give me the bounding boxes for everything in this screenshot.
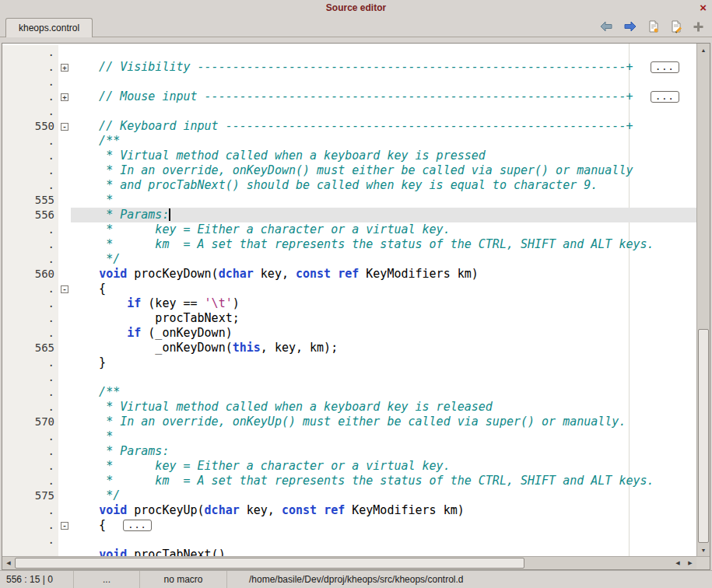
titlebar[interactable]: Source editor × <box>0 0 712 16</box>
line-number[interactable]: . <box>2 459 58 474</box>
code-line[interactable]: . */ <box>2 252 696 267</box>
line-content[interactable]: * <box>71 193 696 208</box>
fold-margin[interactable] <box>58 459 71 474</box>
horizontal-scrollbar[interactable]: ◀ ◀ ▶ <box>2 557 696 569</box>
line-number[interactable]: . <box>2 311 58 326</box>
line-content[interactable]: */ <box>71 252 696 267</box>
code-line[interactable]: . <box>2 370 696 385</box>
line-number[interactable]: . <box>2 60 58 75</box>
close-icon[interactable]: × <box>700 0 707 15</box>
line-content[interactable]: // Mouse input -------------------------… <box>71 89 696 104</box>
fold-margin[interactable]: + <box>58 89 71 104</box>
line-content[interactable]: * and procTabNext() should be called whe… <box>71 178 696 193</box>
vertical-scroll-track[interactable] <box>697 56 710 544</box>
code-line[interactable]: . * In an override, onKeyDown() must eit… <box>2 163 696 178</box>
scroll-down-button[interactable]: ▼ <box>697 544 710 556</box>
fold-collapse-icon[interactable]: - <box>61 123 68 131</box>
fold-margin[interactable] <box>58 178 71 193</box>
line-number[interactable]: 570 <box>2 415 58 429</box>
line-number[interactable]: . <box>2 533 58 548</box>
line-content[interactable] <box>71 104 696 119</box>
fold-margin[interactable]: - <box>58 282 71 296</box>
fold-margin[interactable] <box>58 45 71 60</box>
line-content[interactable]: { <box>71 282 696 296</box>
fold-margin[interactable] <box>58 385 71 400</box>
line-number[interactable]: 575 <box>2 488 58 503</box>
line-content[interactable] <box>71 75 696 89</box>
fold-margin[interactable] <box>58 252 71 267</box>
line-number[interactable]: . <box>2 296 58 311</box>
line-number[interactable]: . <box>2 75 58 89</box>
code-line[interactable]: 550- // Keyboard input -----------------… <box>2 119 696 134</box>
line-content[interactable]: // Keyboard input ----------------------… <box>71 119 696 134</box>
fold-margin[interactable] <box>58 134 71 149</box>
line-content[interactable]: if (key == '\t') <box>71 296 696 311</box>
line-number[interactable]: . <box>2 104 58 119</box>
fold-ellipsis-box[interactable]: ... <box>651 91 679 103</box>
line-number[interactable]: . <box>2 548 58 556</box>
line-number[interactable]: . <box>2 252 58 267</box>
line-content[interactable]: * In an override, onKeyDown() must eithe… <box>71 163 696 178</box>
line-content[interactable]: * km = A set that represents the status … <box>71 474 696 488</box>
fold-margin[interactable] <box>58 341 71 355</box>
line-number[interactable]: . <box>2 355 58 370</box>
fold-margin[interactable] <box>58 429 71 444</box>
line-content[interactable]: * <box>71 429 696 444</box>
code-line[interactable]: . <box>2 533 696 548</box>
nav-back-icon[interactable] <box>599 20 613 33</box>
fold-margin[interactable] <box>58 75 71 89</box>
line-number[interactable]: . <box>2 222 58 237</box>
line-number[interactable]: . <box>2 429 58 444</box>
code-line[interactable]: . void procKeyUp(dchar key, const ref Ke… <box>2 503 696 518</box>
code-line[interactable]: 575 */ <box>2 488 696 503</box>
code-line[interactable]: . } <box>2 355 696 370</box>
code-line[interactable]: . if (_onKeyDown) <box>2 326 696 341</box>
fold-margin[interactable] <box>58 355 71 370</box>
code-line[interactable]: 570 * In an override, onKeyUp() must eit… <box>2 415 696 429</box>
line-number[interactable]: . <box>2 400 58 415</box>
line-content[interactable] <box>71 45 696 60</box>
code-line[interactable]: . void procTabNext() <box>2 548 696 556</box>
tab-kheops-control[interactable]: kheops.control <box>5 18 93 37</box>
code-line[interactable]: .+ // Visibility -----------------------… <box>2 60 696 75</box>
editor-lines[interactable]: ..+ // Visibility ----------------------… <box>2 44 696 556</box>
code-line[interactable]: . /** <box>2 134 696 149</box>
code-line[interactable]: 565 _onKeyDown(this, key, km); <box>2 341 696 355</box>
scroll-right-button[interactable]: ▶ <box>684 557 696 569</box>
fold-margin[interactable]: - <box>58 119 71 134</box>
code-line[interactable]: .+ // Mouse input ----------------------… <box>2 89 696 104</box>
scroll-up-button[interactable]: ▲ <box>697 44 710 56</box>
line-number[interactable]: . <box>2 237 58 252</box>
line-content[interactable]: void procTabNext() <box>71 548 696 556</box>
code-line[interactable]: 555 * <box>2 193 696 208</box>
code-line[interactable]: . * key = Either a character or a virtua… <box>2 459 696 474</box>
fold-margin[interactable] <box>58 296 71 311</box>
code-line[interactable]: . * and procTabNext() should be called w… <box>2 178 696 193</box>
line-content[interactable]: void procKeyUp(dchar key, const ref KeyM… <box>71 503 696 518</box>
line-number[interactable]: . <box>2 518 58 533</box>
line-content[interactable]: /** <box>71 134 696 149</box>
fold-margin[interactable] <box>58 222 71 237</box>
fold-margin[interactable] <box>58 548 71 556</box>
fold-margin[interactable] <box>58 533 71 548</box>
line-content[interactable]: if (_onKeyDown) <box>71 326 696 341</box>
fold-margin[interactable] <box>58 163 71 178</box>
line-content[interactable]: _onKeyDown(this, key, km); <box>71 341 696 355</box>
code-line[interactable]: . procTabNext; <box>2 311 696 326</box>
line-content[interactable]: * key = Either a character or a virtual … <box>71 459 696 474</box>
line-content[interactable]: */ <box>71 488 696 503</box>
code-line[interactable]: . if (key == '\t') <box>2 296 696 311</box>
line-number[interactable]: 560 <box>2 267 58 282</box>
new-document-icon[interactable] <box>647 20 660 33</box>
fold-margin[interactable] <box>58 311 71 326</box>
fold-margin[interactable] <box>58 488 71 503</box>
fold-collapse-icon[interactable]: - <box>61 285 68 293</box>
line-number[interactable]: . <box>2 282 58 296</box>
fold-margin[interactable] <box>58 104 71 119</box>
fold-margin[interactable] <box>58 237 71 252</box>
nav-forward-icon[interactable] <box>623 20 637 33</box>
fold-margin[interactable] <box>58 370 71 385</box>
line-number[interactable]: . <box>2 385 58 400</box>
line-number[interactable]: . <box>2 370 58 385</box>
line-number[interactable]: 555 <box>2 193 58 208</box>
